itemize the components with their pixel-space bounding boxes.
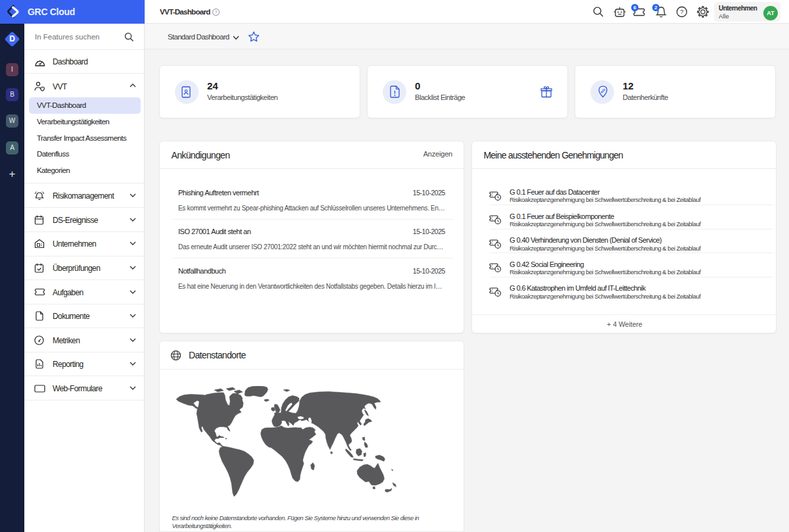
- svg-text:?: ?: [680, 8, 683, 15]
- svg-text:?: ?: [215, 10, 218, 14]
